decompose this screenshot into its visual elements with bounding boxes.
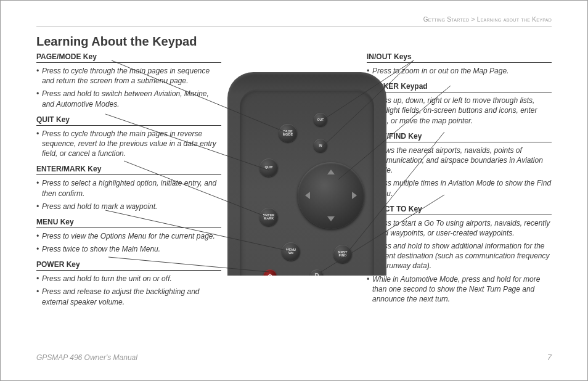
power-icon [267,273,273,276]
list-item: Press to cycle through the main pages in… [36,66,221,86]
menu-wx-button: MENUWx [282,242,300,261]
breadcrumb-topic: Learning about the Keypad [477,16,552,23]
right-column: IN/OUT KeysPress to zoom in or out on th… [367,52,552,307]
right-section-list: Shows the nearest airports, navaids, poi… [367,145,552,199]
left-section-list: Press and hold to turn the unit on or of… [36,274,221,307]
list-item: Press to select a highlighted option, in… [36,178,221,198]
breadcrumb-sep: > [471,16,475,23]
list-item: While in Automotive Mode, press and hold… [367,274,552,305]
left-section-list: Press to view the Options Menu for the c… [36,231,221,254]
left-section-head: PAGE/MODE Key [36,52,221,63]
right-section-head: NRST/FIND Key [367,132,552,142]
list-item: Press twice to show the Main Menu. [36,244,221,254]
list-item: Press to cycle through the main pages in… [36,129,221,159]
out-button: OUT [314,113,327,126]
rocker-left-icon [305,192,310,199]
rocker-up-icon [327,170,335,174]
right-section-head: DIRECT TO Key [367,205,552,215]
left-section-head: ENTER/MARK Key [36,165,221,175]
list-item: Press and hold to turn the unit on or of… [36,274,221,284]
device-illustration: OUT PAGEMODE IN QUIT ENTERMARK MENUWx NR… [227,72,386,276]
nrst-find-button: NRSTFIND [333,245,352,263]
right-section-head: IN/OUT Keys [367,52,552,63]
device-face: OUT PAGEMODE IN QUIT ENTERMARK MENUWx NR… [240,89,374,276]
right-section-list: Press up, down, right or left to move th… [367,96,552,126]
direct-to-icon: Đ [314,273,319,276]
in-button: IN [314,139,327,152]
footer-manual: GPSMAP 496 Owner's Manual [36,353,137,362]
rocker-right-icon [352,192,357,199]
left-section-head: POWER Key [36,260,221,271]
list-item: Press and hold to show additional inform… [367,241,552,271]
right-section-head: ROCKER Keypad [367,82,552,92]
list-item: Press and release to adjust the backligh… [36,287,221,306]
right-section-list: Press to zoom in or out on the Map Page. [367,66,552,76]
list-item: Shows the nearest airports, navaids, poi… [367,145,552,176]
left-section-head: QUIT Key [36,115,221,126]
direct-to-button: Đ [310,269,324,276]
footer-page: 7 [547,353,552,362]
rocker-keypad [298,162,364,229]
left-section-head: MENU Key [36,218,221,228]
left-section-list: Press to select a highlighted option, in… [36,178,221,211]
list-item: Press to zoom in or out on the Map Page. [367,66,552,76]
breadcrumb-section: Getting Started [423,16,470,23]
page-title: Learning About the Keypad [36,35,197,49]
list-item: Press up, down, right or left to move th… [367,96,552,126]
right-section-list: Press to start a Go To using airports, n… [367,218,552,305]
rocker-down-icon [327,216,335,221]
list-item: Press to view the Options Menu for the c… [36,231,221,241]
left-column: PAGE/MODE KeyPress to cycle through the … [36,52,221,310]
header-rule [36,26,552,27]
list-item: Press and hold to mark a waypoint. [36,202,221,211]
list-item: Press multiple times in Aviation Mode to… [367,178,552,198]
page-mode-button: PAGEMODE [279,124,297,142]
list-item: Press and hold to switch between Aviatio… [36,89,221,109]
left-section-list: Press to cycle through the main pages in… [36,66,221,109]
left-section-list: Press to cycle through the main pages in… [36,129,221,159]
quit-button: QUIT [259,158,278,177]
enter-mark-button: ENTERMARK [259,208,278,226]
list-item: Press to start a Go To using airports, n… [367,218,552,238]
breadcrumb: Getting Started > Learning about the Key… [423,16,552,23]
power-button [263,269,277,276]
